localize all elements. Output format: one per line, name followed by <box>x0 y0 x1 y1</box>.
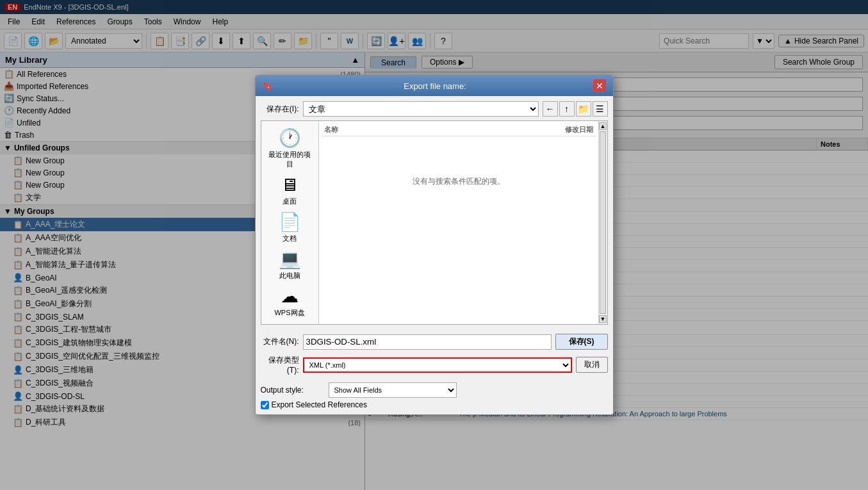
wps-icon: ☁ <box>281 286 299 307</box>
docs-icon: 📄 <box>279 211 301 233</box>
nav-up-btn[interactable]: ↑ <box>559 101 575 117</box>
export-selected-label: Export Selected References <box>272 400 367 409</box>
desktop-icon: 🖥 <box>281 174 299 195</box>
export-selected-row: Export Selected References <box>261 400 608 409</box>
filetype-select[interactable]: XML (*.xml) Text (*.txt) HTML (*.html) <box>304 359 571 372</box>
output-style-row: Output style: Show All Fields <box>261 382 608 398</box>
fs-desktop-item[interactable]: 🖥 桌面 <box>264 172 316 209</box>
fs-pc-item[interactable]: 💻 此电脑 <box>264 246 316 283</box>
filename-input[interactable] <box>303 334 552 350</box>
empty-files-msg: 没有与搜索条件匹配的项。 <box>322 136 596 226</box>
dialog-footer: 文件名(N): 保存(S) 保存类型(T): XML (*.xml) Text … <box>256 334 613 414</box>
dialog-title: Export file name: <box>404 81 466 91</box>
filename-label: 文件名(N): <box>261 336 299 347</box>
save-btn[interactable]: 保存(S) <box>555 334 608 350</box>
dialog-titlebar: 🔖 Export file name: ✕ <box>256 76 613 96</box>
location-select[interactable]: 文章 <box>303 101 539 117</box>
file-header: 名称 修改日期 <box>322 124 596 136</box>
output-style-label: Output style: <box>261 386 325 395</box>
dialog-filename-row: 文件名(N): 保存(S) <box>261 334 608 350</box>
file-sidebar: 🕐 最近使用的项目 🖥 桌面 📄 文档 💻 此电脑 <box>261 121 319 324</box>
export-selected-checkbox[interactable] <box>261 401 269 409</box>
nav-view-btn[interactable]: ☰ <box>593 101 608 117</box>
nav-new-folder-btn[interactable]: 📁 <box>576 101 591 117</box>
output-style-select[interactable]: Show All Fields <box>329 382 457 398</box>
nav-btns: ← ↑ 📁 ☰ <box>543 101 608 117</box>
scroll-down-btn[interactable]: ▼ <box>599 315 607 323</box>
location-label: 保存在(I): <box>261 104 299 115</box>
fs-wps-item[interactable]: ☁ WPS网盘 <box>264 283 316 320</box>
dialog-body: 保存在(I): 文章 ← ↑ 📁 ☰ 🕐 最近使用的项目 <box>256 96 613 334</box>
dialog-close-btn[interactable]: ✕ <box>593 79 606 92</box>
dialog-filetype-row: 保存类型(T): XML (*.xml) Text (*.txt) HTML (… <box>261 355 608 375</box>
dialog-icon: 🔖 <box>262 81 273 91</box>
file-browser: 🕐 最近使用的项目 🖥 桌面 📄 文档 💻 此电脑 <box>261 120 608 325</box>
cancel-btn[interactable]: 取消 <box>576 357 608 373</box>
dialog-overlay: 🔖 Export file name: ✕ 保存在(I): 文章 ← ↑ 📁 ☰ <box>0 0 868 490</box>
filetype-select-wrapper: XML (*.xml) Text (*.txt) HTML (*.html) <box>303 357 572 373</box>
scroll-up-btn[interactable]: ▲ <box>599 122 607 130</box>
recent-icon: 🕐 <box>279 127 301 149</box>
file-main: 名称 修改日期 没有与搜索条件匹配的项。 <box>319 121 598 324</box>
file-scrollbar: ▲ ▼ <box>598 121 607 324</box>
fs-docs-item[interactable]: 📄 文档 <box>264 209 316 246</box>
nav-back-btn[interactable]: ← <box>543 101 558 117</box>
filetype-label: 保存类型(T): <box>261 355 299 375</box>
pc-icon: 💻 <box>279 249 301 270</box>
dialog-location-row: 保存在(I): 文章 ← ↑ 📁 ☰ <box>261 101 608 117</box>
fs-recent-item[interactable]: 🕐 最近使用的项目 <box>264 125 316 172</box>
export-dialog: 🔖 Export file name: ✕ 保存在(I): 文章 ← ↑ 📁 ☰ <box>255 75 614 415</box>
